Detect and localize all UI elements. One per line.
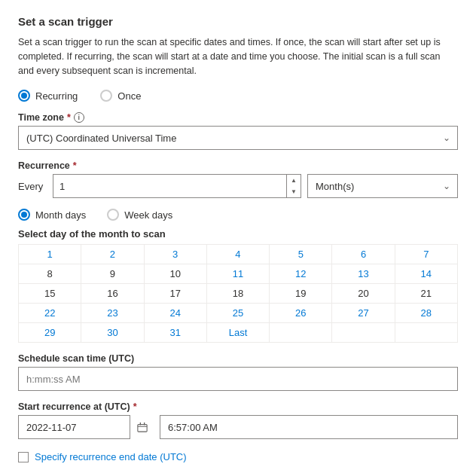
month-days-radio[interactable]: Month days <box>18 209 86 221</box>
calendar-day[interactable]: 20 <box>332 284 395 304</box>
calendar-day[interactable]: 11 <box>206 264 269 284</box>
period-select-wrapper: Month(s) ⌄ <box>307 174 458 198</box>
timezone-select[interactable]: (UTC) Coordinated Universal Time <box>18 126 458 150</box>
calendar-day[interactable]: 17 <box>144 284 206 304</box>
calendar-day[interactable]: 29 <box>19 323 81 343</box>
calendar-day: - <box>395 323 457 343</box>
calendar-day[interactable]: 23 <box>81 304 144 323</box>
start-recurrence-row <box>18 415 458 439</box>
calendar-day[interactable]: 27 <box>332 304 395 323</box>
week-days-radio[interactable]: Week days <box>107 209 172 221</box>
month-days-label: Month days <box>35 209 86 221</box>
calendar-day[interactable]: 14 <box>395 264 457 284</box>
recurring-radio-label: Recurring <box>35 90 78 102</box>
calendar-day[interactable]: 12 <box>270 264 332 284</box>
timezone-label: Time zone* i <box>18 112 458 123</box>
calendar-day[interactable]: 13 <box>332 264 395 284</box>
calendar-day[interactable]: 25 <box>206 304 269 323</box>
spin-up-button[interactable]: ▲ <box>287 175 301 186</box>
recurrence-row: Every ▲ ▼ Month(s) ⌄ <box>18 174 458 198</box>
timezone-select-wrapper: (UTC) Coordinated Universal Time ⌄ <box>18 126 458 150</box>
calendar-day[interactable]: 28 <box>395 304 457 323</box>
once-radio-label: Once <box>117 90 141 102</box>
calendar-day[interactable]: 10 <box>144 264 206 284</box>
calendar-day[interactable]: 24 <box>144 304 206 323</box>
recurrence-label: Recurrence* <box>18 160 458 171</box>
calendar-grid: 1234567891011121314151617181920212223242… <box>18 244 458 343</box>
calendar-day: - <box>270 323 332 343</box>
day-type-radio-group: Month days Week days <box>18 209 458 221</box>
calendar-day[interactable]: 16 <box>81 284 144 304</box>
month-days-radio-circle <box>18 209 30 221</box>
calendar-day[interactable]: 7 <box>395 245 457 264</box>
calendar-day[interactable]: Last <box>206 323 269 343</box>
calendar-icon-button[interactable] <box>130 415 154 439</box>
timezone-info-icon[interactable]: i <box>74 112 84 123</box>
page-description: Set a scan trigger to run the scan at sp… <box>18 35 458 78</box>
end-date-row: Specify recurrence end date (UTC) <box>18 451 458 462</box>
start-recurrence-label: Start recurrence at (UTC)* <box>18 401 458 412</box>
calendar-day[interactable]: 6 <box>332 245 395 264</box>
week-days-label: Week days <box>124 209 172 221</box>
every-input[interactable] <box>53 175 286 197</box>
once-radio-circle <box>100 90 112 102</box>
svg-rect-0 <box>137 425 146 432</box>
every-label: Every <box>18 181 47 192</box>
end-date-label[interactable]: Specify recurrence end date (UTC) <box>35 451 187 462</box>
spin-buttons: ▲ ▼ <box>286 175 301 197</box>
calendar-day[interactable]: 1 <box>19 245 81 264</box>
calendar-day[interactable]: 2 <box>81 245 144 264</box>
recurring-radio-circle <box>18 90 30 102</box>
calendar-day[interactable]: 22 <box>19 304 81 323</box>
week-days-radio-circle <box>107 209 119 221</box>
once-radio[interactable]: Once <box>100 90 141 102</box>
calendar-day[interactable]: 15 <box>19 284 81 304</box>
select-day-label: Select day of the month to scan <box>18 228 458 240</box>
period-select[interactable]: Month(s) <box>307 174 458 198</box>
calendar-day[interactable]: 30 <box>81 323 144 343</box>
calendar-day[interactable]: 9 <box>81 264 144 284</box>
calendar-day[interactable]: 26 <box>270 304 332 323</box>
trigger-radio-group: Recurring Once <box>18 90 458 102</box>
scan-time-label: Schedule scan time (UTC) <box>18 353 458 364</box>
end-date-checkbox[interactable] <box>18 452 29 462</box>
scan-time-section: Schedule scan time (UTC) <box>18 353 458 391</box>
calendar-day[interactable]: 21 <box>395 284 457 304</box>
date-input-wrapper <box>18 415 154 439</box>
recurring-radio[interactable]: Recurring <box>18 90 78 102</box>
calendar-day[interactable]: 19 <box>270 284 332 304</box>
calendar-day[interactable]: 18 <box>206 284 269 304</box>
calendar-day[interactable]: 31 <box>144 323 206 343</box>
start-time-input[interactable] <box>160 415 458 439</box>
every-input-wrapper: ▲ ▼ <box>53 174 301 198</box>
calendar-day[interactable]: 5 <box>270 245 332 264</box>
calendar-day[interactable]: 3 <box>144 245 206 264</box>
spin-down-button[interactable]: ▼ <box>287 186 301 197</box>
page-title: Set a scan trigger <box>18 15 458 28</box>
calendar-day[interactable]: 4 <box>206 245 269 264</box>
calendar-day: - <box>332 323 395 343</box>
calendar-day[interactable]: 8 <box>19 264 81 284</box>
recurrence-section: Recurrence* Every ▲ ▼ Month(s) ⌄ <box>18 160 458 198</box>
scan-time-input[interactable] <box>18 367 458 391</box>
